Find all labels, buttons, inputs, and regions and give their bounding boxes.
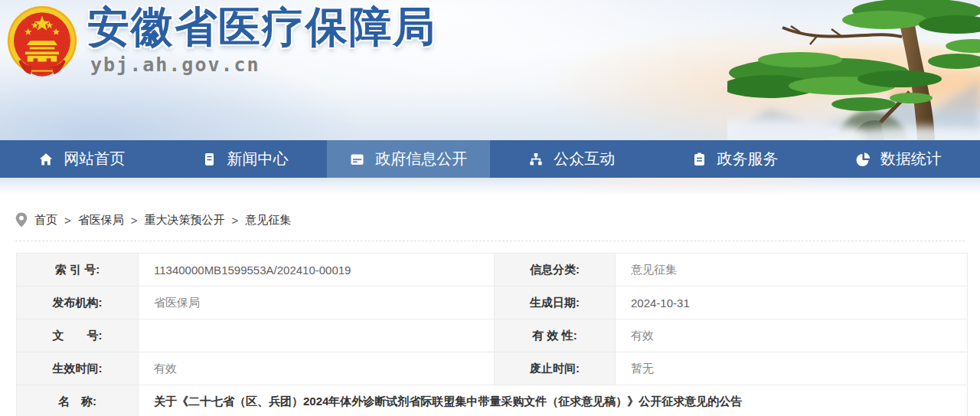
breadcrumb-separator: > <box>232 214 239 227</box>
site-url: ybj.ah.gov.cn <box>90 54 436 76</box>
table-row: 生效时间: 有效 废止时间: 暂无 <box>17 352 968 385</box>
nav-item-service[interactable]: 政务服务 <box>653 140 816 178</box>
page: 安徽省医疗保障局 ybj.ah.gov.cn <box>0 0 980 416</box>
index-number-label: 索 引 号: <box>17 254 139 287</box>
validity-value: 有效 <box>616 319 968 352</box>
validity-label: 有 效 性: <box>495 319 616 352</box>
service-icon <box>691 152 707 167</box>
dashed-divider <box>15 241 965 241</box>
nav-item-label: 政府信息公开 <box>375 149 467 169</box>
main-nav: 网站首页 新闻中心 政府信息公开 公众互动 <box>0 140 980 178</box>
nav-item-label: 新闻中心 <box>227 149 288 169</box>
home-icon <box>38 152 54 167</box>
gov-info-icon <box>349 152 365 167</box>
document-name-value: 关于《二十七省（区、兵团）2024年体外诊断试剂省际联盟集中带量采购文件（征求意… <box>139 385 968 416</box>
document-number-value <box>139 319 495 352</box>
repeal-time-label: 废止时间: <box>495 352 616 385</box>
effective-time-label: 生效时间: <box>17 352 139 385</box>
issuing-agency-label: 发布机构: <box>17 287 139 319</box>
breadcrumb: 首页 > 省医保局 > 重大决策预公开 > 意见征集 <box>0 195 980 228</box>
effective-time-value: 有效 <box>139 352 495 385</box>
table-row: 文 号: 有 效 性: 有效 <box>17 319 968 352</box>
banner-fade-strip <box>0 178 980 195</box>
creation-date-label: 生成日期: <box>495 287 616 319</box>
nav-item-label: 政务服务 <box>717 149 778 169</box>
breadcrumb-separator: > <box>64 214 71 227</box>
repeal-time-value: 暂无 <box>616 352 968 385</box>
nav-item-interaction[interactable]: 公众互动 <box>490 140 653 178</box>
table-row: 索 引 号: 11340000MB1599553A/202410-00019 信… <box>17 254 968 287</box>
location-pin-icon <box>15 212 28 228</box>
nav-item-gov-info[interactable]: 政府信息公开 <box>327 140 490 178</box>
document-number-label: 文 号: <box>17 319 139 352</box>
pine-tree-illustration <box>727 0 980 140</box>
breadcrumb-home[interactable]: 首页 <box>34 213 57 228</box>
table-row: 发布机构: 省医保局 生成日期: 2024-10-31 <box>17 287 968 319</box>
breadcrumb-major-decisions[interactable]: 重大决策预公开 <box>145 213 225 228</box>
breadcrumb-separator: > <box>131 214 138 227</box>
nav-item-label: 公众互动 <box>554 149 615 169</box>
nav-item-statistics[interactable]: 数据统计 <box>817 140 980 178</box>
breadcrumb-opinion-solicitation[interactable]: 意见征集 <box>245 213 291 228</box>
nav-item-news[interactable]: 新闻中心 <box>163 140 326 178</box>
site-title: 安徽省医疗保障局 <box>87 3 436 51</box>
site-identity[interactable]: 安徽省医疗保障局 ybj.ah.gov.cn <box>87 3 436 76</box>
index-number-value: 11340000MB1599553A/202410-00019 <box>139 254 495 287</box>
document-info-table: 索 引 号: 11340000MB1599553A/202410-00019 信… <box>16 253 968 416</box>
nav-item-label: 数据统计 <box>880 149 942 169</box>
national-emblem-icon[interactable] <box>5 4 79 84</box>
table-row: 名 称: 关于《二十七省（区、兵团）2024年体外诊断试剂省际联盟集中带量采购文… <box>17 385 968 416</box>
document-name-label: 名 称: <box>17 385 139 416</box>
creation-date-value: 2024-10-31 <box>616 287 968 319</box>
nav-item-home[interactable]: 网站首页 <box>0 140 163 178</box>
news-icon <box>201 152 217 167</box>
info-category-label: 信息分类: <box>495 254 616 287</box>
breadcrumb-bureau[interactable]: 省医保局 <box>78 213 124 228</box>
info-category-value: 意见征集 <box>616 254 968 287</box>
pie-chart-icon <box>855 152 871 167</box>
issuing-agency-value: 省医保局 <box>139 287 495 319</box>
site-banner: 安徽省医疗保障局 ybj.ah.gov.cn <box>0 0 980 140</box>
nav-item-label: 网站首页 <box>64 149 125 169</box>
interaction-icon <box>528 152 544 167</box>
